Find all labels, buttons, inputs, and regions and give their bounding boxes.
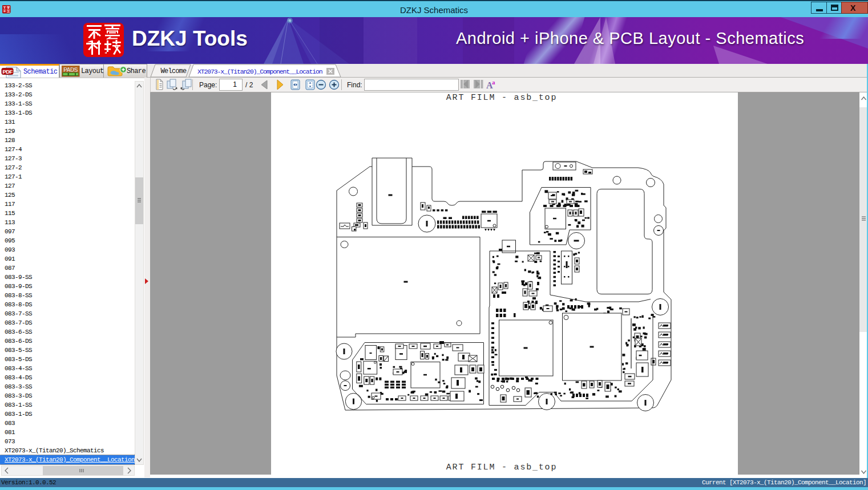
svg-text:PADS: PADS — [63, 67, 78, 73]
svg-text:PDF: PDF — [2, 68, 13, 75]
svg-text:XT2073-x_(Titan20)_Component__: XT2073-x_(Titan20)_Component__Location — [197, 68, 322, 75]
svg-text:Welcome: Welcome — [161, 67, 187, 75]
svg-text:a: a — [492, 79, 495, 86]
